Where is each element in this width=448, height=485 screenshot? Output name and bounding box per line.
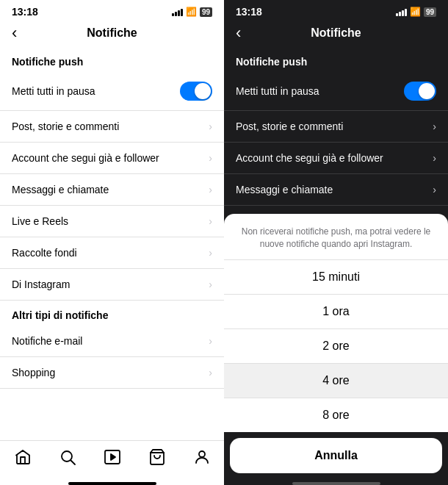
left-time: 13:18 — [12, 6, 38, 18]
modal-overlay: Non riceverai notifiche push, ma potrai … — [224, 0, 448, 485]
left-chevron-messaggi: › — [209, 184, 212, 195]
left-home-indicator — [68, 482, 156, 485]
left-page-title: Notifiche — [87, 26, 137, 40]
right-home-indicator — [292, 482, 380, 485]
left-status-bar: 13:18 📶 99 — [0, 0, 224, 21]
wifi-icon: 📶 — [186, 7, 197, 17]
left-panel: 13:18 📶 99 ‹ Notifiche Notifiche push Me… — [0, 0, 224, 485]
left-section-other-title: Altri tipi di notifiche — [0, 301, 224, 326]
left-chevron-shopping: › — [209, 367, 212, 378]
left-item-email-label: Notifiche e-mail — [12, 335, 82, 347]
modal-option-4ore[interactable]: 4 ore — [224, 364, 448, 398]
left-chevron-live: › — [209, 215, 212, 227]
modal-sheet: Non riceverai notifiche push, ma potrai … — [224, 214, 448, 432]
left-item-shopping-label: Shopping — [12, 367, 55, 378]
left-item-live-label: Live e Reels — [12, 215, 68, 227]
left-back-button[interactable]: ‹ — [12, 25, 17, 41]
nav-profile-icon[interactable] — [193, 448, 211, 466]
modal-description: Non riceverai notifiche push, ma potrai … — [224, 214, 448, 260]
left-chevron-instagram: › — [209, 279, 212, 290]
svg-line-1 — [71, 461, 75, 465]
left-item-raccolte[interactable]: Raccolte fondi › — [0, 237, 224, 269]
left-chevron-account: › — [209, 152, 212, 164]
left-item-pausa[interactable]: Metti tutti in pausa — [0, 72, 224, 111]
left-item-raccolte-label: Raccolte fondi — [12, 247, 77, 259]
left-item-pausa-label: Metti tutti in pausa — [12, 85, 95, 97]
left-item-messaggi-label: Messaggi e chiamate — [12, 184, 109, 195]
left-item-live[interactable]: Live e Reels › — [0, 206, 224, 237]
signal-icon — [172, 7, 183, 16]
modal-option-2ore[interactable]: 2 ore — [224, 329, 448, 364]
modal-option-15min[interactable]: 15 minuti — [224, 260, 448, 295]
left-item-account-label: Account che segui già e follower — [12, 152, 159, 164]
nav-reels-icon[interactable] — [104, 448, 121, 466]
left-chevron-raccolte: › — [209, 247, 212, 259]
left-item-account[interactable]: Account che segui già e follower › — [0, 143, 224, 174]
left-item-email[interactable]: Notifiche e-mail › — [0, 326, 224, 357]
left-section-push-title: Notifiche push — [0, 47, 224, 72]
nav-search-icon[interactable] — [59, 448, 76, 466]
left-item-messaggi[interactable]: Messaggi e chiamate › — [0, 174, 224, 206]
left-item-instagram-label: Di Instagram — [12, 279, 70, 290]
left-item-post-label: Post, storie e commenti — [12, 121, 119, 132]
svg-marker-3 — [111, 454, 115, 460]
left-settings-content: Notifiche push Metti tutti in pausa Post… — [0, 47, 224, 440]
left-item-post[interactable]: Post, storie e commenti › — [0, 111, 224, 143]
left-item-instagram[interactable]: Di Instagram › — [0, 269, 224, 301]
right-panel: 13:18 📶 99 ‹ Notifiche Notifiche push Me… — [224, 0, 448, 485]
modal-option-1ora[interactable]: 1 ora — [224, 295, 448, 329]
left-chevron-email: › — [209, 335, 212, 347]
modal-option-8ore[interactable]: 8 ore — [224, 398, 448, 432]
left-status-icons: 📶 99 — [172, 7, 212, 17]
left-bottom-nav — [0, 440, 224, 479]
battery-icon: 99 — [200, 7, 212, 17]
left-toggle-pausa[interactable] — [180, 82, 212, 101]
nav-home-icon[interactable] — [14, 448, 32, 466]
left-chevron-post: › — [209, 121, 212, 132]
nav-shop-icon[interactable] — [148, 448, 166, 466]
left-item-shopping[interactable]: Shopping › — [0, 357, 224, 389]
left-nav-header: ‹ Notifiche — [0, 21, 224, 47]
modal-cancel-button[interactable]: Annulla — [230, 438, 442, 473]
svg-point-5 — [199, 451, 205, 457]
